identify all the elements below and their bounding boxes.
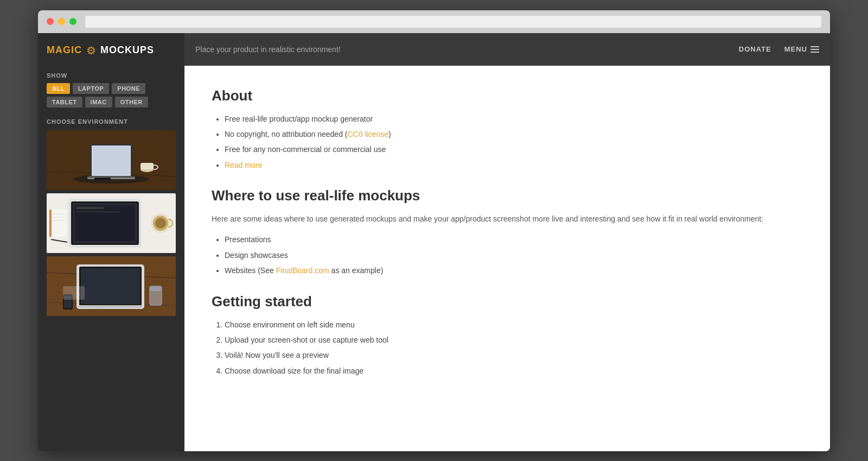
svg-rect-18 [76,207,104,209]
svg-rect-35 [81,268,140,304]
traffic-light-yellow[interactable] [58,18,65,25]
show-label: SHOW [47,72,176,79]
hamburger-icon [810,46,819,53]
environment-label: CHOOSE ENVIRONMENT [47,118,176,125]
use-item-3: Websites (See FinalBoard.com as an examp… [225,264,803,276]
donate-button[interactable]: DONATE [739,45,771,53]
about-item-1: Free real-life product/app mockup genera… [225,113,803,125]
logo-mockups-text: MOCKUPS [100,45,154,56]
step-3: Voilà! Now you'll see a preview [225,349,803,361]
where-to-use-heading: Where to use real-life mockups [212,187,803,204]
env-thumbnail-2[interactable] [47,193,176,253]
step-1: Choose environment on left side menu [225,319,803,331]
svg-rect-41 [63,286,85,300]
getting-started-section: Getting started Choose environment on le… [212,293,803,377]
cc0-license-link[interactable]: CC0 license [347,130,388,138]
about-item-2: No copyright, no attribution needed (CC0… [225,128,803,140]
svg-rect-17 [75,205,135,241]
sidebar: MAGIC ⚙ MOCKUPS SHOW ALL LAPTOP PHONE TA… [38,33,184,451]
step-4: Choose download size for the final image [225,365,803,377]
svg-rect-24 [49,210,52,237]
logo-magic-text: MAGIC [47,45,82,56]
use-item-2: Design showcases [225,249,803,261]
finalboard-link[interactable]: FinalBoard.com [276,266,329,275]
about-item-3: Free for any non-commercial or commercia… [225,143,803,155]
read-more-link[interactable]: Read more [225,161,262,169]
step-2: Upload your screen-shot or use capture w… [225,334,803,346]
svg-rect-11 [141,163,154,169]
top-nav: DONATE MENU [739,45,819,53]
svg-rect-12 [94,178,111,180]
environment-thumbnails [47,130,176,316]
getting-started-list: Choose environment on left side menu Upl… [212,319,803,377]
where-to-use-desc: Here are some ideas where to use generat… [212,213,803,225]
address-bar[interactable] [85,16,821,28]
content-panel: About Free real-life product/app mockup … [184,66,830,451]
use-item-1: Presentations [225,233,803,245]
top-bar: Place your product in realistic environm… [184,33,830,66]
filter-all[interactable]: ALL [47,83,70,94]
env-thumbnail-3[interactable] [47,256,176,316]
tagline: Place your product in realistic environm… [195,45,341,54]
filter-other[interactable]: OTHER [115,97,148,108]
main-area: Place your product in realistic environm… [184,33,830,451]
env-thumbnail-1[interactable] [47,130,176,190]
traffic-light-red[interactable] [47,18,54,25]
menu-button[interactable]: MENU [784,45,819,53]
svg-rect-38 [150,287,161,291]
about-section: About Free real-life product/app mockup … [212,87,803,172]
where-to-use-list: Presentations Design showcases Websites … [212,233,803,276]
filter-buttons: ALL LAPTOP PHONE TABLET IMAC OTHER [47,83,176,108]
where-to-use-section: Where to use real-life mockups Here are … [212,187,803,277]
svg-rect-36 [78,305,143,308]
svg-point-28 [155,218,166,229]
logo-icon: ⚙ [86,44,96,57]
logo: MAGIC ⚙ MOCKUPS [47,44,176,57]
browser-chrome [38,10,830,33]
about-list: Free real-life product/app mockup genera… [212,113,803,172]
browser-window: MAGIC ⚙ MOCKUPS SHOW ALL LAPTOP PHONE TA… [38,10,830,451]
getting-started-heading: Getting started [212,293,803,310]
browser-body: MAGIC ⚙ MOCKUPS SHOW ALL LAPTOP PHONE TA… [38,33,830,451]
menu-label: MENU [784,45,807,53]
traffic-light-green[interactable] [69,18,76,25]
filter-laptop[interactable]: LAPTOP [73,83,109,94]
about-item-4: Read more [225,159,803,171]
about-heading: About [212,87,803,104]
filter-imac[interactable]: IMAC [85,97,112,108]
filter-tablet[interactable]: TABLET [47,97,82,108]
filter-phone[interactable]: PHONE [112,83,145,94]
svg-rect-8 [93,147,130,175]
svg-rect-19 [76,211,120,212]
